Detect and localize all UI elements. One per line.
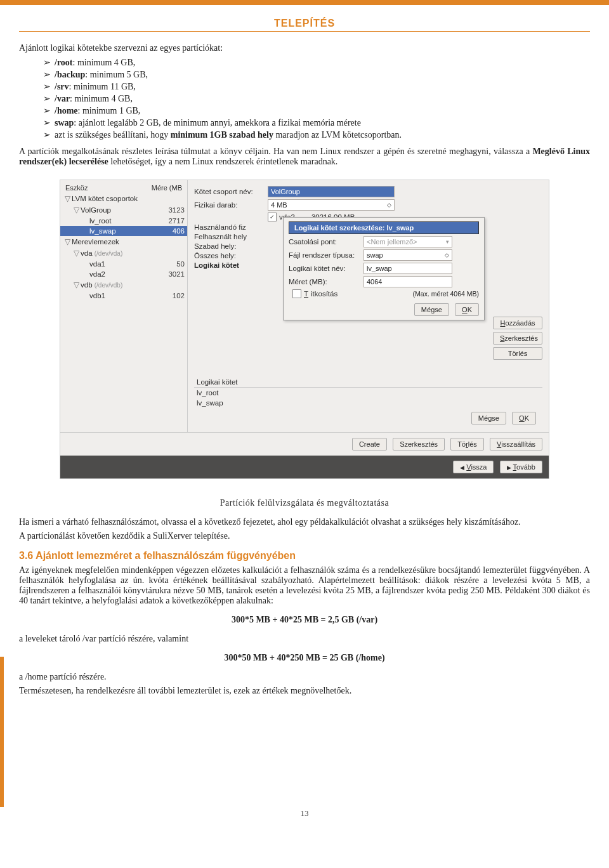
list-item: ➢azt is szükséges beállítani, hogy minim…	[19, 129, 590, 140]
back-icon: ◀	[460, 464, 464, 471]
device-tree-row[interactable]: ▽vda (/dev/vda)	[60, 247, 187, 259]
vg-editor-panel: Kötet csoport név: VolGroup Fizikai dara…	[188, 180, 549, 432]
dialog-cancel-button[interactable]: Mégse	[414, 303, 449, 316]
edit-button[interactable]: Szerkesztés	[493, 332, 542, 345]
add-button[interactable]: Hozzáadás	[493, 317, 542, 329]
device-tree-row[interactable]: ▽LVM kötet csoportok	[60, 193, 187, 204]
top-accent-rule	[0, 0, 609, 5]
usephys-label: Használandó fiz	[194, 223, 264, 231]
arrow-icon: ➢	[43, 117, 55, 128]
list-item: ➢/root: minimum 4 GB,	[19, 57, 590, 68]
delete-button[interactable]: Törlés	[493, 347, 542, 360]
arrow-icon: ➢	[43, 81, 55, 92]
fstype-label: Fájl rendszer típusa:	[289, 251, 360, 259]
lv-edit-dialog: Logikai kötet szerkesztése: lv_swap Csat…	[283, 217, 485, 320]
dialog-title: Logikai kötet szerkesztése: lv_swap	[289, 221, 479, 234]
vgname-label: Kötet csoport név:	[194, 188, 264, 195]
page-header: TELEPÍTÉS	[19, 18, 590, 32]
formula-home: 300*50 MB + 40*250 MB = 25 GB (/home)	[19, 653, 590, 663]
delete2-button[interactable]: Törlés	[450, 438, 484, 450]
arrow-icon: ➢	[43, 105, 55, 116]
device-tree-row[interactable]: lv_swap406	[60, 226, 187, 236]
dropdown-icon: ◇	[387, 202, 391, 208]
paragraph: Ha ismeri a várható felhasználószámot, o…	[19, 517, 590, 527]
edit2-button[interactable]: Szerkesztés	[393, 438, 445, 450]
side-accent-rule	[0, 657, 4, 807]
encrypt-checkbox[interactable]: Titkosítás	[292, 289, 337, 298]
figure-caption: Partíciók felülvizsgálata és megváltozta…	[19, 498, 590, 508]
vg-ok-button[interactable]: OK	[512, 412, 536, 424]
section-heading: 3.6 Ajánlott lemezméret a felhasználószá…	[19, 550, 590, 562]
formula-var: 300*5 MB + 40*25 MB = 2,5 GB (/var)	[19, 615, 590, 625]
total-label: Összes hely:	[194, 252, 264, 260]
arrow-icon: ➢	[43, 57, 55, 68]
list-item: ➢/var: minimum 4 GB,	[19, 93, 590, 104]
lvname-label: Logikai kötet név:	[289, 265, 360, 272]
list-item: ➢swap: ajánlott legalább 2 GB, de minimu…	[19, 117, 590, 128]
arrow-icon: ➢	[43, 93, 55, 104]
lv-list-header: Logikai kötet	[194, 377, 542, 388]
paragraph: a /home partíció részére.	[19, 672, 590, 682]
free-label: Szabad hely:	[194, 242, 264, 250]
dialog-ok-button[interactable]: OK	[455, 303, 479, 316]
create-button[interactable]: Create	[352, 438, 387, 450]
paragraph: A partíciók megalkotásának részletes leí…	[19, 147, 590, 167]
size-label: Méret (MB):	[289, 278, 360, 286]
pe-label: Fizikai darab:	[194, 201, 264, 209]
list-item: ➢/backup: minimum 5 GB,	[19, 69, 590, 80]
col-size: Mére (MB	[152, 184, 182, 192]
device-tree-row[interactable]: vda23021	[60, 269, 187, 279]
paragraph: Természetesen, ha rendelkezésre áll tová…	[19, 686, 590, 696]
paragraph: Az igényeknek megfelelően mindenképpen v…	[19, 565, 590, 606]
col-device: Eszköz	[65, 184, 152, 192]
list-item: ➢/srv: minimum 11 GB,	[19, 81, 590, 92]
arrow-icon: ➢	[43, 129, 55, 140]
device-tree-row[interactable]: ▽VolGroup3123	[60, 204, 187, 216]
device-tree-row[interactable]: ▽Merevlemezek	[60, 236, 187, 247]
fstype-select[interactable]: swap◇	[363, 249, 452, 261]
back-button[interactable]: ◀ Vissza	[453, 461, 494, 473]
dropdown-icon: ◇	[445, 252, 449, 258]
paragraph: a leveleket tároló /var partíció részére…	[19, 634, 590, 644]
page-number: 13	[0, 808, 609, 819]
device-tree-panel: Eszköz Mére (MB ▽LVM kötet csoportok▽Vol…	[60, 180, 188, 432]
lv-heading: Logikai kötet	[194, 261, 264, 269]
spec-list: ➢/root: minimum 4 GB, ➢/backup: minimum …	[19, 57, 590, 140]
next-icon: ▶	[507, 464, 511, 471]
size-input[interactable]: 4064	[363, 276, 452, 287]
vgname-input[interactable]: VolGroup	[268, 186, 395, 197]
used-label: Felhasznált hely	[194, 233, 264, 240]
paragraph: A partícionálást követően kezdődik a Sul…	[19, 531, 590, 541]
dropdown-icon: ▾	[446, 239, 449, 245]
mount-select[interactable]: <Nem jellemző>▾	[363, 236, 452, 247]
list-item: ➢/home: minimum 1 GB,	[19, 105, 590, 116]
arrow-icon: ➢	[43, 69, 55, 80]
vg-cancel-button[interactable]: Mégse	[471, 412, 506, 424]
intro-paragraph: Ajánlott logikai kötetekbe szervezni az …	[19, 43, 590, 53]
mount-label: Csatolási pont:	[289, 238, 360, 246]
reset-button[interactable]: Visszaállítás	[490, 438, 542, 450]
installer-screenshot: Eszköz Mére (MB ▽LVM kötet csoportok▽Vol…	[60, 180, 549, 479]
lv-list-item[interactable]: lv_swap	[194, 398, 542, 408]
device-tree-row[interactable]: lv_root2717	[60, 216, 187, 226]
device-tree-row[interactable]: ▽vdb (/dev/vdb)	[60, 279, 187, 291]
max-size-hint: (Max. méret 4064 MB)	[413, 290, 479, 298]
lv-list-item[interactable]: lv_root	[194, 388, 542, 398]
pe-select[interactable]: 4 MB◇	[268, 199, 395, 211]
device-tree-row[interactable]: vda150	[60, 259, 187, 269]
device-tree-row[interactable]: vdb1102	[60, 291, 187, 301]
lvname-input[interactable]: lv_swap	[363, 263, 452, 274]
next-button[interactable]: ▶ Tovább	[500, 461, 542, 473]
